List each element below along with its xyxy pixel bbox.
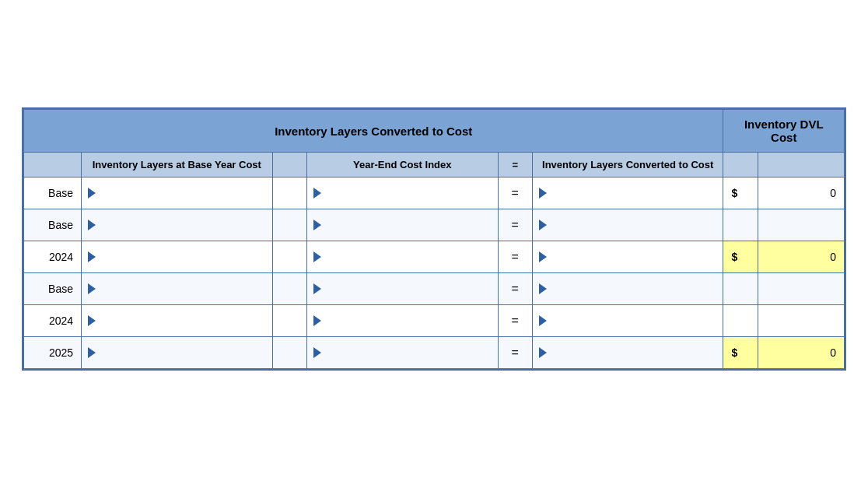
converted-cost-input[interactable]: [547, 251, 717, 263]
times-cell: [272, 273, 306, 305]
converted-cost-input[interactable]: [547, 347, 717, 359]
arrow-marker-base: [88, 315, 96, 326]
dvl-value-cell: [758, 209, 844, 241]
arrow-marker-base: [88, 347, 96, 358]
base-year-cost-input[interactable]: [96, 347, 266, 359]
year-end-index-input[interactable]: [321, 347, 492, 359]
year-end-index-cell[interactable]: [306, 177, 498, 209]
year-end-index-cell[interactable]: [306, 337, 498, 369]
base-year-cost-cell[interactable]: [82, 177, 273, 209]
arrow-marker-index: [313, 188, 321, 199]
base-year-cost-input[interactable]: [96, 220, 266, 231]
arrow-marker-conv: [539, 220, 547, 230]
dvl-value-cell: 0: [758, 177, 844, 209]
arrow-marker-index: [313, 251, 321, 262]
converted-cost-input[interactable]: [547, 220, 717, 231]
table-row: 2025=$0: [24, 337, 845, 369]
base-year-cost-input[interactable]: [96, 283, 266, 295]
arrow-marker-index: [313, 220, 321, 230]
base-year-cost-cell[interactable]: [82, 273, 273, 305]
converted-cost-cell[interactable]: [532, 241, 723, 273]
year-cell: 2024: [24, 241, 82, 273]
equals-cell: =: [498, 241, 532, 273]
year-cell: Base: [24, 273, 82, 305]
arrow-marker-conv: [539, 315, 547, 326]
table-row: Base=: [24, 209, 845, 241]
times-col-header: [272, 153, 306, 177]
equals-cell: =: [498, 209, 532, 241]
converted-cost-cell[interactable]: [532, 337, 723, 369]
arrow-marker-conv: [539, 347, 547, 358]
converted-cost-header: Inventory Layers Converted to Cost: [532, 153, 723, 177]
year-cell: 2024: [24, 305, 82, 337]
dvl-title: Inventory DVL Cost: [723, 110, 845, 153]
converted-cost-input[interactable]: [547, 315, 717, 327]
year-end-index-cell[interactable]: [306, 241, 498, 273]
equals-cell: =: [498, 273, 532, 305]
dollar-cell: $: [723, 241, 758, 273]
arrow-marker-conv: [539, 188, 547, 199]
equals-col-header: =: [498, 153, 532, 177]
table-row: Base=: [24, 273, 845, 305]
converted-cost-cell[interactable]: [532, 305, 723, 337]
dvl-value-cell: [758, 305, 844, 337]
year-end-index-input[interactable]: [321, 283, 492, 295]
dvl-value-cell: 0: [758, 337, 844, 369]
dvl-dollar-header: [723, 153, 758, 177]
equals-cell: =: [498, 337, 532, 369]
table-row: 2024=$0: [24, 241, 845, 273]
equals-cell: =: [498, 305, 532, 337]
year-cell: 2025: [24, 337, 82, 369]
year-col-header: [24, 153, 82, 177]
base-year-cost-input[interactable]: [96, 315, 266, 327]
arrow-marker-base: [88, 220, 96, 230]
year-end-index-input[interactable]: [321, 251, 492, 263]
year-cell: Base: [24, 177, 82, 209]
year-end-index-header: Year-End Cost Index: [306, 153, 498, 177]
base-year-cost-input[interactable]: [96, 251, 266, 263]
dollar-cell: [723, 305, 758, 337]
arrow-marker-base: [88, 283, 96, 294]
dvl-value-cell: 0: [758, 241, 844, 273]
table-row: 2024=: [24, 305, 845, 337]
arrow-marker-base: [88, 188, 96, 199]
converted-cost-cell[interactable]: [532, 177, 723, 209]
converted-cost-input[interactable]: [547, 188, 717, 199]
year-end-index-cell[interactable]: [306, 273, 498, 305]
times-cell: [272, 177, 306, 209]
dollar-cell: $: [723, 177, 758, 209]
year-cell: Base: [24, 209, 82, 241]
base-year-cost-cell[interactable]: [82, 209, 273, 241]
base-year-cost-header: Inventory Layers at Base Year Cost: [82, 153, 273, 177]
base-year-cost-cell[interactable]: [82, 241, 273, 273]
converted-cost-cell[interactable]: [532, 273, 723, 305]
dollar-cell: [723, 209, 758, 241]
dvl-value-cell: [758, 273, 844, 305]
base-year-cost-cell[interactable]: [82, 305, 273, 337]
dvl-value-header: [758, 153, 844, 177]
arrow-marker-index: [313, 347, 321, 358]
arrow-marker-index: [313, 283, 321, 294]
main-title: Inventory Layers Converted to Cost: [24, 110, 723, 153]
year-end-index-input[interactable]: [321, 188, 492, 199]
year-end-index-input[interactable]: [321, 220, 492, 231]
year-end-index-cell[interactable]: [306, 305, 498, 337]
converted-cost-cell[interactable]: [532, 209, 723, 241]
arrow-marker-index: [313, 315, 321, 326]
main-table-wrapper: Inventory Layers Converted to Cost Inven…: [22, 107, 846, 371]
table-row: Base=$0: [24, 177, 845, 209]
converted-cost-input[interactable]: [547, 283, 717, 295]
dollar-cell: $: [723, 337, 758, 369]
base-year-cost-cell[interactable]: [82, 337, 273, 369]
times-cell: [272, 209, 306, 241]
year-end-index-input[interactable]: [321, 315, 492, 327]
arrow-marker-conv: [539, 283, 547, 294]
equals-cell: =: [498, 177, 532, 209]
times-cell: [272, 337, 306, 369]
mega-header-row: Inventory Layers Converted to Cost Inven…: [24, 110, 845, 153]
year-end-index-cell[interactable]: [306, 209, 498, 241]
dollar-cell: [723, 273, 758, 305]
base-year-cost-input[interactable]: [96, 188, 266, 199]
arrow-marker-base: [88, 251, 96, 262]
times-cell: [272, 305, 306, 337]
